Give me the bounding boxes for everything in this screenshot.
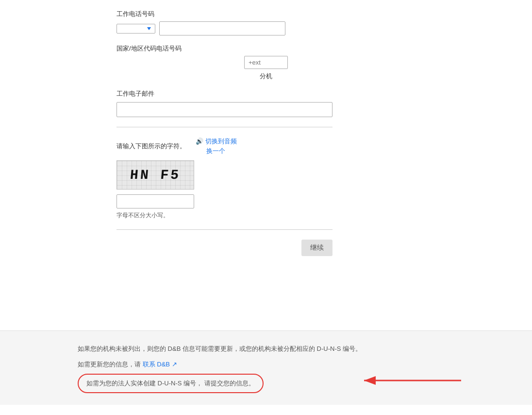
- chevron-down-icon: [147, 27, 151, 30]
- dnb-link[interactable]: 联系 D&B ↗: [143, 361, 177, 368]
- ext-input[interactable]: [244, 56, 288, 69]
- footer: 如果您的机构未被列出，则您的 D&B 信息可能需要更新，或您的机构未被分配相应的…: [0, 330, 532, 405]
- work-email-field-group: 工作电子邮件: [116, 89, 416, 117]
- captcha-section: 请输入下图所示的字符。 🔊 切换到音频 换一个 HN F5 字母不区分大小写。: [116, 137, 416, 220]
- switch-to-audio-link[interactable]: 🔊 切换到音频: [196, 137, 237, 146]
- footer-highlight-line[interactable]: 如需为您的法人实体创建 D-U-N-S 编号， 请提交您的信息。: [78, 374, 264, 393]
- captcha-prompt-row: 请输入下图所示的字符。 🔊 切换到音频 换一个: [116, 137, 416, 156]
- footer-line2-prefix: 如需更新您的信息，请: [78, 361, 141, 368]
- country-code-label: 国家/地区代码电话号码: [116, 44, 416, 53]
- ext-label: 分机: [260, 72, 272, 81]
- captcha-prompt-text: 请输入下图所示的字符。: [116, 142, 186, 151]
- captcha-links: 🔊 切换到音频 换一个: [196, 137, 237, 156]
- work-email-input[interactable]: [116, 102, 332, 117]
- country-code-field-group: 国家/地区代码电话号码 分机: [116, 44, 416, 81]
- continue-row: 继续: [116, 240, 332, 256]
- phone-row: [116, 21, 416, 35]
- captcha-text: HN F5: [130, 168, 182, 183]
- divider-1: [116, 127, 332, 127]
- arrow-icon: [359, 371, 466, 390]
- work-email-label: 工作电子邮件: [116, 89, 416, 98]
- footer-line3-row: 如需为您的法人实体创建 D-U-N-S 编号， 请提交您的信息。: [78, 374, 454, 393]
- divider-2: [116, 229, 332, 230]
- captcha-image: HN F5: [116, 160, 194, 190]
- phone-number-input[interactable]: [159, 21, 285, 35]
- footer-line2: 如需更新您的信息，请 联系 D&B ↗: [78, 358, 454, 371]
- work-phone-label: 工作电话号码: [116, 10, 416, 18]
- main-form: 工作电话号码 国家/地区代码电话号码 分机 工作电子邮件 请输入下图所示的字符。…: [0, 0, 532, 330]
- ext-subrow: 分机: [116, 56, 416, 81]
- phone-country-select[interactable]: [116, 24, 155, 34]
- captcha-hint: 字母不区分大小写。: [116, 211, 416, 220]
- refresh-captcha-link[interactable]: 换一个: [196, 147, 237, 156]
- speaker-icon: 🔊: [196, 138, 205, 145]
- work-phone-field-group: 工作电话号码: [116, 10, 416, 35]
- captcha-text-input[interactable]: [116, 194, 194, 208]
- continue-button[interactable]: 继续: [301, 240, 332, 256]
- footer-line1: 如果您的机构未被列出，则您的 D&B 信息可能需要更新，或您的机构未被分配相应的…: [78, 343, 454, 355]
